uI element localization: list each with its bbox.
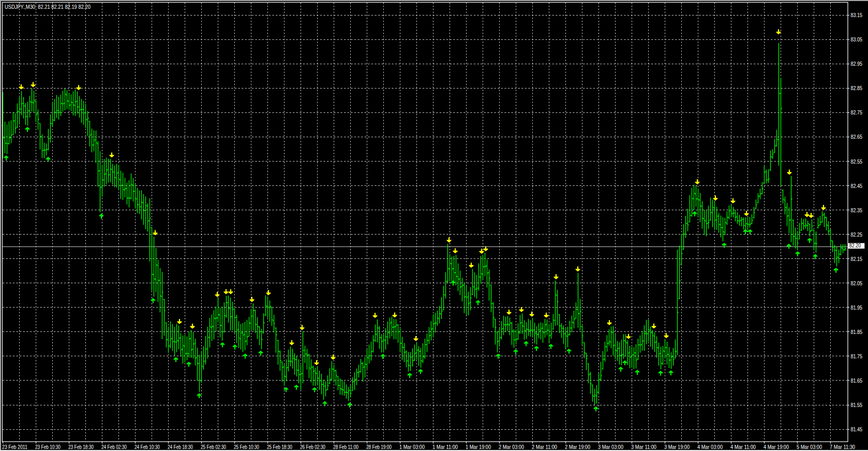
svg-text:28 Feb 11:00: 28 Feb 11:00: [333, 444, 358, 450]
svg-text:3 Mar 19:00: 3 Mar 19:00: [664, 444, 690, 450]
svg-text:82.20: 82.20: [849, 242, 861, 249]
svg-text:82.65: 82.65: [851, 134, 863, 140]
svg-text:1 Mar 11:00: 1 Mar 11:00: [432, 444, 458, 450]
svg-text:82.55: 82.55: [851, 158, 863, 165]
svg-text:81.95: 81.95: [851, 304, 863, 311]
svg-text:23 Feb 18:30: 23 Feb 18:30: [68, 444, 94, 450]
svg-text:81.55: 81.55: [851, 402, 863, 408]
svg-text:1 Mar 19:00: 1 Mar 19:00: [466, 444, 491, 450]
svg-text:4 Mar 03:00: 4 Mar 03:00: [697, 444, 723, 450]
svg-text:23 Feb 10:30: 23 Feb 10:30: [35, 444, 61, 450]
svg-text:3 Mar 03:00: 3 Mar 03:00: [598, 444, 623, 450]
svg-text:26 Feb 02:30: 26 Feb 02:30: [300, 444, 325, 450]
svg-text:82.75: 82.75: [851, 109, 863, 115]
svg-text:24 Feb 10:30: 24 Feb 10:30: [134, 444, 160, 450]
svg-text:USDJPY.,M30 82.21 82.21 82.19: USDJPY.,M30 82.21 82.21 82.19 82.20: [5, 4, 91, 10]
svg-text:82.95: 82.95: [851, 61, 863, 67]
svg-text:81.85: 81.85: [851, 329, 863, 335]
svg-text:24 Feb 02:30: 24 Feb 02:30: [101, 444, 127, 450]
svg-text:82.35: 82.35: [851, 207, 863, 213]
svg-text:82.45: 82.45: [851, 183, 863, 189]
svg-text:81.65: 81.65: [851, 377, 863, 384]
svg-text:24 Feb 18:30: 24 Feb 18:30: [168, 444, 193, 450]
svg-text:1 Mar 03:00: 1 Mar 03:00: [399, 444, 425, 450]
svg-text:3 Mar 11:00: 3 Mar 11:00: [631, 444, 656, 450]
svg-text:81.75: 81.75: [851, 353, 863, 359]
svg-text:2 Mar 19:00: 2 Mar 19:00: [565, 444, 590, 450]
svg-text:2 Mar 03:00: 2 Mar 03:00: [499, 444, 524, 450]
svg-text:4 Mar 19:00: 4 Mar 19:00: [764, 444, 789, 450]
svg-text:82.85: 82.85: [851, 85, 863, 91]
svg-text:83.15: 83.15: [851, 12, 863, 18]
svg-text:82.05: 82.05: [851, 280, 863, 286]
svg-text:81.45: 81.45: [851, 426, 863, 432]
svg-text:23 Feb 2011: 23 Feb 2011: [2, 444, 27, 450]
svg-text:25 Feb 18:30: 25 Feb 18:30: [267, 444, 292, 450]
svg-text:82.25: 82.25: [851, 231, 863, 238]
svg-text:7 Mar 11:30: 7 Mar 11:30: [830, 444, 855, 450]
svg-text:25 Feb 10:30: 25 Feb 10:30: [234, 444, 259, 450]
svg-text:25 Feb 02:30: 25 Feb 02:30: [201, 444, 226, 450]
svg-text:83.05: 83.05: [851, 36, 863, 42]
svg-text:28 Feb 19:00: 28 Feb 19:00: [366, 444, 392, 450]
svg-text:82.15: 82.15: [851, 256, 863, 262]
svg-text:2 Mar 11:00: 2 Mar 11:00: [532, 444, 557, 450]
svg-text:4 Mar 11:00: 4 Mar 11:00: [730, 444, 756, 450]
svg-text:5 Mar 03:00: 5 Mar 03:00: [797, 444, 822, 450]
